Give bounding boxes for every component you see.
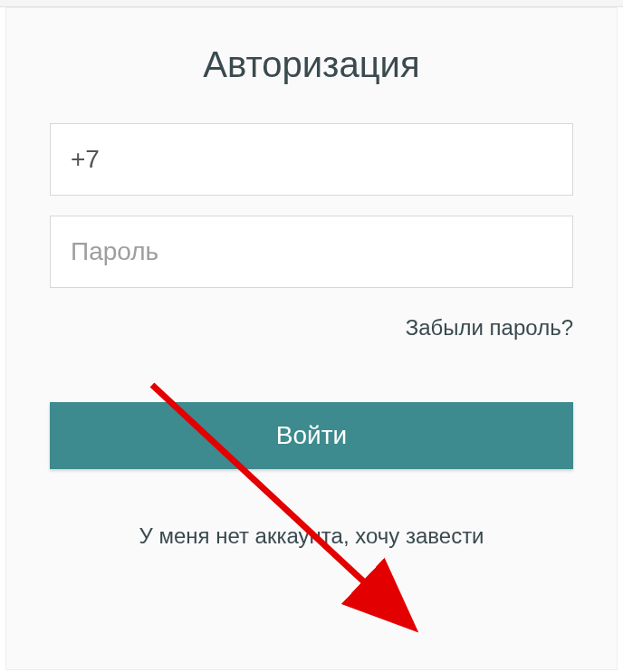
- password-input[interactable]: [50, 216, 573, 288]
- login-button[interactable]: Войти: [50, 402, 573, 469]
- page-title: Авторизация: [50, 44, 573, 85]
- forgot-password-link[interactable]: Забыли пароль?: [50, 315, 573, 341]
- phone-input[interactable]: [50, 123, 573, 196]
- signup-link[interactable]: У меня нет аккаунта, хочу завести: [50, 523, 573, 549]
- auth-form-container: Авторизация Забыли пароль? Войти У меня …: [5, 7, 618, 670]
- top-divider: [0, 0, 623, 7]
